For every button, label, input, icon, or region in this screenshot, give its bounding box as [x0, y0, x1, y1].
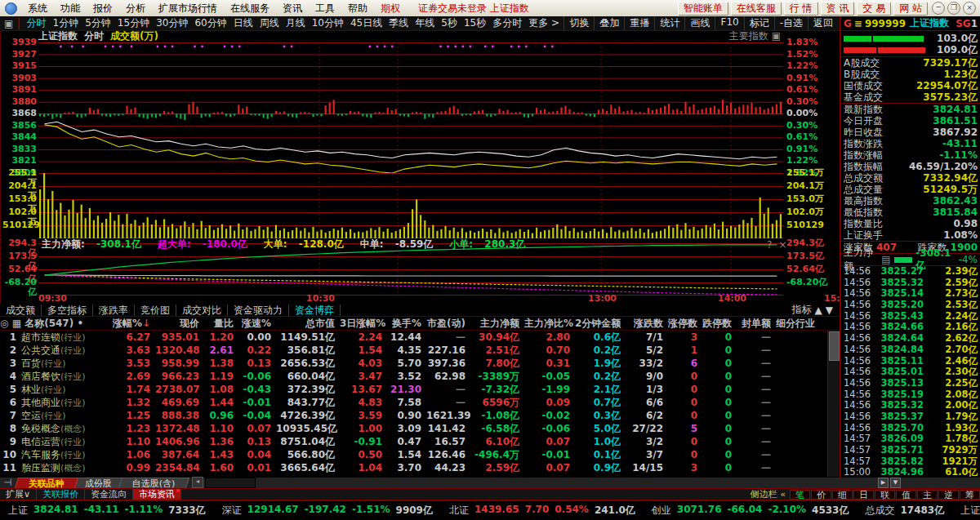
grid-icon[interactable]: ▦ [12, 318, 25, 329]
intraday-chart[interactable]: 上证指数分时成交额(万) 主要指数 ▣ 主力净额: -308.1亿超大单: -1… [0, 31, 840, 304]
table-row[interactable]: 1超市连锁(行业)6.27935.011.200.001149.51亿2.241… [0, 331, 840, 344]
layout-icon[interactable]: ▣ [4, 18, 13, 29]
period-item[interactable]: 5秒 [438, 16, 461, 30]
main-index-button[interactable]: 主要指数 ▣ [729, 31, 781, 42]
menu-item-分析[interactable]: 分析 [119, 2, 152, 16]
toolbar-action[interactable]: 切换 [564, 16, 594, 30]
table-row[interactable]: 11胎压监测(概念)0.992354.841.600.013665.64亿1.0… [0, 461, 840, 474]
subtab-扩展∨[interactable]: 扩展∨ [0, 489, 37, 500]
quick-button[interactable]: 交 易 [857, 2, 891, 16]
subtab-关联报价[interactable]: 关联报价 [37, 489, 85, 500]
table-row[interactable]: 9电信运营(行业)1.101406.961.360.138751.04亿-0.9… [0, 435, 840, 448]
toolbar-action[interactable]: 返回 [808, 16, 838, 30]
panel-toggle-icon[interactable]: ▣ [772, 31, 781, 42]
menu-item-资讯[interactable]: 资讯 [276, 2, 309, 16]
column-header-name[interactable]: ◎ ▦ 名称(547) • [0, 317, 109, 331]
table-scrollbar[interactable] [827, 330, 840, 477]
restore-icon[interactable]: ❐ [947, 2, 960, 15]
column-header-16[interactable]: 细分行业 [776, 317, 825, 331]
period-item[interactable]: 月线 [283, 16, 309, 30]
toolbar-action[interactable]: F10 [715, 16, 743, 30]
quick-button[interactable]: 智能账单 [678, 2, 728, 16]
indicator-tab-成交额[interactable]: 成交额 [0, 304, 42, 316]
menu-item-功能[interactable]: 功能 [54, 2, 87, 16]
indicator-tab-资金驱动力[interactable]: 资金驱动力 [228, 304, 289, 316]
mini-tab-联[interactable]: 联 [875, 490, 895, 500]
quick-button[interactable]: 在线客服 [731, 2, 782, 16]
toolbar-action[interactable]: 重播 [624, 16, 654, 30]
column-header-1[interactable]: 涨幅%↓ [109, 317, 155, 331]
column-header-8[interactable]: 市盈(动) [426, 317, 470, 331]
minimize-icon[interactable]: ─ [932, 2, 945, 15]
sidebar-toggle[interactable]: 侧边栏 « [751, 488, 786, 500]
indicator-tab-成交对比[interactable]: 成交对比 [176, 304, 228, 316]
subtab-市场资讯[interactable]: 市场资讯 [133, 489, 181, 500]
period-item[interactable]: 多分时 [489, 16, 525, 30]
mini-tab-逆[interactable]: 逆 [938, 490, 959, 500]
column-header-5[interactable]: 总市值 [276, 317, 340, 331]
subtab-资金流向[interactable]: 资金流向 [85, 489, 133, 500]
menu-icon[interactable]: ≡ [854, 18, 862, 29]
toolbar-action[interactable]: -自选 [774, 16, 808, 30]
column-header-9[interactable]: 主力净额 [470, 317, 524, 331]
menu-item-系统[interactable]: 系统 [21, 2, 54, 16]
panel-down-icon[interactable]: ▼ [890, 478, 901, 488]
period-item[interactable]: 1分钟 [50, 16, 82, 30]
quick-button[interactable]: 网 站 [893, 2, 928, 16]
help-icon[interactable]: ? [767, 239, 772, 251]
toolbar-action[interactable]: 统计 [654, 16, 684, 30]
panel-next-icon[interactable]: ▶ [878, 478, 889, 488]
scroll-up-icon[interactable]: ▲ [815, 304, 822, 316]
toolbar-action[interactable]: 标记 [744, 16, 774, 30]
mini-tab-价[interactable]: 价 [811, 490, 831, 500]
quick-button[interactable]: 资 讯 [821, 2, 855, 16]
period-item[interactable]: 更多 > [525, 16, 563, 30]
table-row[interactable]: 7空运(行业)1.25888.380.96-0.044726.39亿3.590.… [0, 409, 840, 422]
column-header-14[interactable]: 跌停数 [702, 317, 737, 331]
column-header-3[interactable]: 量比 [204, 317, 238, 331]
tick-list[interactable]: 14:563825.272.39亿14:563825.322.59亿14:563… [841, 266, 980, 490]
column-header-15[interactable]: 封单额 [737, 317, 776, 331]
column-header-2[interactable]: 现价 [155, 317, 204, 331]
indicator-label[interactable]: 指标 [792, 303, 812, 317]
close-pane-icon[interactable]: × [778, 239, 786, 251]
toolbar-action[interactable]: 叠加 [594, 16, 624, 30]
column-header-12[interactable]: 涨跌数 [626, 317, 668, 331]
mini-tab-筹[interactable]: 筹 [960, 490, 980, 500]
price-pane[interactable] [38, 42, 783, 173]
period-item[interactable]: 日线 [230, 16, 256, 30]
gear-icon[interactable]: ◎ [0, 318, 12, 329]
close-icon[interactable]: × [963, 2, 976, 15]
table-row[interactable]: 8免税概念(概念)1.231372.481.100.0710935.45亿1.0… [0, 422, 840, 435]
table-row[interactable]: 6其他商业(行业)1.32469.691.44-0.01843.77亿4.837… [0, 396, 840, 409]
indicator-tab-资金博弈[interactable]: 资金博弈 [289, 304, 341, 316]
tab-scroll-left-icon[interactable]: ◂ [192, 477, 203, 488]
table-row[interactable]: 5林业(行业)1.742738.071.08-0.43372.39亿13.672… [0, 383, 840, 396]
list-icon[interactable]: ▤ [881, 254, 890, 265]
scroll-down-icon[interactable]: ▼ [826, 304, 833, 316]
column-header-13[interactable]: 涨停数 [668, 317, 702, 331]
table-row[interactable]: 3百货(行业)3.53958.991.380.132656.53亿4.035.7… [0, 357, 840, 370]
bottom-tab-关联品种[interactable]: 关联品种 [15, 478, 78, 488]
scrollbar-thumb[interactable] [829, 331, 840, 361]
menu-item-扩展市场行情[interactable]: 扩展市场行情 [152, 2, 224, 16]
column-header-6[interactable]: 3日涨幅% [340, 317, 387, 331]
menu-item-报价[interactable]: 报价 [87, 2, 119, 16]
menu-item-工具[interactable]: 工具 [309, 2, 341, 16]
table-row[interactable]: 10汽车服务(行业)1.06387.641.430.04566.80亿0.501… [0, 448, 840, 461]
table-row[interactable]: 2公共交通(行业)3.631320.482.610.22356.81亿1.544… [0, 344, 840, 357]
mini-tab-值[interactable]: 值 [896, 490, 916, 500]
menu-item-帮助[interactable]: 帮助 [341, 2, 374, 16]
toolbar-action[interactable]: 画线 [684, 16, 715, 30]
menu-item-期权[interactable]: 期权 [374, 2, 407, 16]
mini-tab-日[interactable]: 日 [853, 490, 874, 500]
period-item[interactable]: 45日线 [347, 16, 385, 30]
column-header-10[interactable]: 主力净比% [524, 317, 575, 331]
indicator-tab-涨跌率[interactable]: 涨跌率 [93, 304, 135, 316]
quick-button[interactable]: 行 情 [784, 2, 818, 16]
mini-tab-笔[interactable]: 笔 [790, 490, 810, 500]
bottom-tab-自选股(含)[interactable]: 自选股(含) [118, 478, 189, 488]
period-item[interactable]: 60分钟 [191, 16, 229, 30]
column-header-7[interactable]: 换手% [387, 317, 426, 331]
period-item[interactable]: 15分钟 [114, 16, 153, 30]
